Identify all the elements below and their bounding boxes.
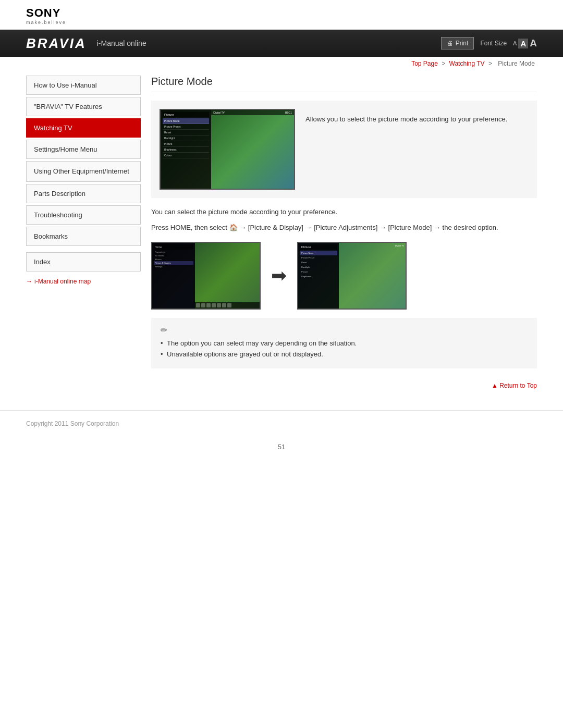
screenshot-left: Home Favourites TV Shows Movies Picture … [151, 242, 261, 310]
screenshot-right: Picture Picture Mode Picture Preset Rese… [297, 242, 407, 310]
main-layout: How to Use i-Manual "BRAVIA" TV Features… [0, 76, 563, 410]
sidebar-item-troubleshooting[interactable]: Troubleshooting [26, 205, 141, 225]
sidebar-item-parts-description[interactable]: Parts Description [26, 184, 141, 203]
breadcrumb-watching-tv[interactable]: Watching TV [449, 60, 485, 67]
sidebar-item-index[interactable]: Index [26, 252, 141, 272]
header: SONY make.believe [0, 0, 563, 30]
breadcrumb-top-page[interactable]: Top Page [411, 60, 438, 67]
intro-section: Picture Picture Mode Picture Preset Rese… [151, 101, 537, 198]
bravia-title: BRAVIA i-Manual online [26, 35, 146, 52]
sidebar-item-how-to-use[interactable]: How to Use i-Manual [26, 76, 141, 95]
print-icon: 🖨 [447, 40, 453, 47]
font-size-controls: A A A [513, 38, 537, 49]
bravia-controls: 🖨 Print Font Size A A A [441, 37, 537, 50]
font-small-button[interactable]: A [513, 40, 517, 46]
breadcrumb: Top Page > Watching TV > Picture Mode [0, 57, 563, 70]
footer: Copyright 2011 Sony Corporation [0, 410, 563, 437]
return-top-link[interactable]: ▲ Return to Top [492, 382, 537, 389]
sidebar-map-link[interactable]: → i-Manual online map [26, 278, 141, 285]
sony-logo: SONY make.believe [26, 6, 537, 25]
note-item-1: The option you can select may vary depen… [161, 339, 528, 347]
body-text-2: Press HOME, then select 🏠 → [Picture & D… [151, 222, 537, 233]
arrow-icon: → [26, 278, 32, 285]
note-item-2: Unavailable options are grayed out or no… [161, 350, 528, 358]
sidebar-item-bookmarks[interactable]: Bookmarks [26, 227, 141, 246]
arrow-right-icon: ➡ [271, 265, 287, 287]
breadcrumb-sep1: > [442, 60, 445, 67]
return-to-top: ▲ Return to Top [151, 377, 537, 394]
sidebar-item-using-other[interactable]: Using Other Equipment/Internet [26, 161, 141, 182]
screenshots-row: Home Favourites TV Shows Movies Picture … [151, 242, 537, 310]
sidebar: How to Use i-Manual "BRAVIA" TV Features… [26, 76, 141, 394]
map-link-text[interactable]: i-Manual online map [34, 278, 91, 285]
font-medium-button[interactable]: A [518, 39, 528, 48]
sidebar-item-bravia-features[interactable]: "BRAVIA" TV Features [26, 97, 141, 116]
notes-section: ✏ The option you can select may vary dep… [151, 318, 537, 368]
font-large-button[interactable]: A [530, 38, 537, 49]
notes-icon: ✏ [161, 325, 528, 335]
tv-screenshot-intro: Picture Picture Mode Picture Preset Rese… [160, 109, 295, 190]
main-content: Picture Mode Picture Picture Mode Pictur… [151, 76, 537, 394]
breadcrumb-sep2: > [488, 60, 492, 67]
sidebar-item-watching-tv[interactable]: Watching TV [26, 118, 141, 138]
page-number: 51 [0, 437, 563, 457]
print-button[interactable]: 🖨 Print [441, 37, 474, 50]
intro-text: Allows you to select the picture mode ac… [305, 109, 507, 190]
tv-screenshot-image: Picture Picture Mode Picture Preset Rese… [160, 109, 295, 190]
breadcrumb-current: Picture Mode [498, 60, 535, 67]
page-title: Picture Mode [151, 76, 537, 92]
body-text-1: You can select the picture mode accordin… [151, 206, 537, 218]
sidebar-item-settings-home[interactable]: Settings/Home Menu [26, 140, 141, 159]
copyright-text: Copyright 2011 Sony Corporation [26, 420, 119, 427]
bravia-bar: BRAVIA i-Manual online 🖨 Print Font Size… [0, 30, 563, 57]
